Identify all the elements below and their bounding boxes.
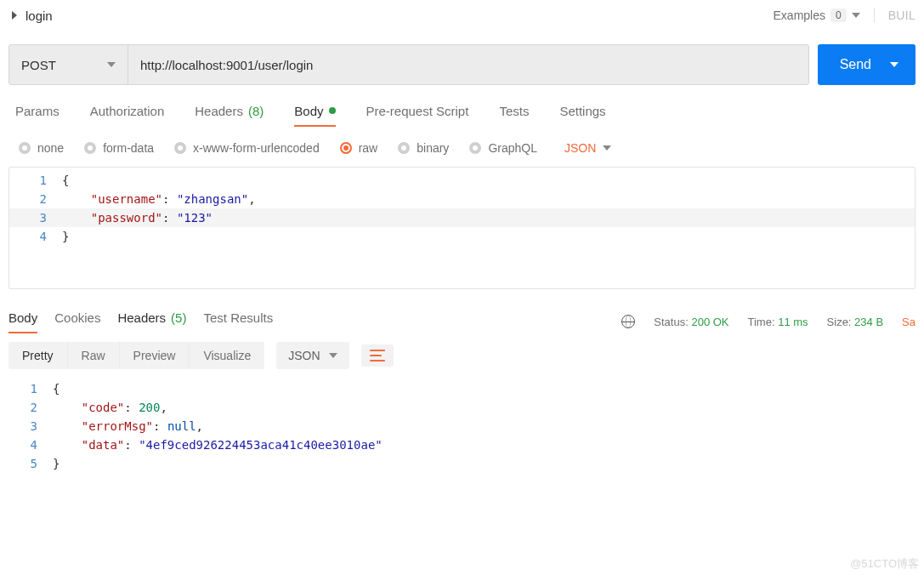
body-mode-xwww[interactable]: x-www-form-urlencoded: [174, 141, 320, 155]
caret-right-icon[interactable]: [12, 11, 17, 20]
size: Size: 234 B: [827, 316, 884, 328]
view-raw[interactable]: Raw: [68, 342, 120, 369]
body-mode-none[interactable]: none: [19, 141, 64, 155]
body-mode-binary[interactable]: binary: [398, 141, 449, 155]
resp-tab-test-results[interactable]: Test Results: [203, 310, 273, 333]
body-mode-graphql[interactable]: GraphQL: [469, 141, 537, 155]
wrap-icon: [370, 350, 385, 362]
body-modified-dot-icon: [329, 107, 336, 114]
view-visualize[interactable]: Visualize: [190, 342, 264, 369]
time: Time: 11 ms: [748, 316, 808, 328]
chevron-down-icon: [329, 353, 337, 358]
divider: [874, 8, 875, 23]
url-value: http://localhost:9001/user/login: [140, 58, 313, 72]
examples-dropdown[interactable]: Examples 0: [774, 9, 860, 22]
send-button[interactable]: Send: [818, 44, 915, 85]
response-body-editor[interactable]: 1{ 2 "code": 200, 3 "errorMsg": null, 4 …: [0, 378, 924, 490]
tab-pre-request[interactable]: Pre-request Script: [366, 104, 469, 127]
tab-tests[interactable]: Tests: [499, 104, 529, 127]
headers-count: (8): [248, 104, 264, 118]
response-format-select[interactable]: JSON: [276, 342, 349, 369]
watermark: @51CTO博客: [850, 556, 919, 572]
url-input[interactable]: http://localhost:9001/user/login: [128, 45, 808, 84]
tab-params[interactable]: Params: [15, 104, 60, 127]
tab-headers[interactable]: Headers (8): [195, 104, 264, 127]
request-name: login: [26, 9, 774, 23]
resp-tab-headers[interactable]: Headers (5): [117, 310, 186, 333]
response-view-toggle: Pretty Raw Preview Visualize: [9, 342, 264, 369]
chevron-down-icon: [852, 13, 860, 18]
body-raw-type-select[interactable]: JSON: [564, 141, 611, 155]
save-response-link[interactable]: Sa: [902, 316, 915, 328]
tab-authorization[interactable]: Authorization: [90, 104, 165, 127]
tab-settings[interactable]: Settings: [559, 104, 605, 127]
chevron-down-icon[interactable]: [890, 62, 898, 67]
request-body-editor[interactable]: 1{ 2 "username": "zhangsan", 3 "password…: [9, 167, 915, 289]
wrap-lines-button[interactable]: [361, 344, 394, 367]
resp-tab-cookies[interactable]: Cookies: [54, 310, 100, 333]
chevron-down-icon: [603, 145, 611, 151]
send-label: Send: [840, 57, 871, 72]
method-select[interactable]: POST: [9, 45, 128, 84]
chevron-down-icon: [107, 62, 116, 67]
resp-tab-body[interactable]: Body: [9, 310, 37, 333]
body-mode-form-data[interactable]: form-data: [84, 141, 154, 155]
tab-body[interactable]: Body: [294, 104, 335, 127]
examples-count: 0: [830, 9, 847, 22]
method-value: POST: [21, 58, 56, 72]
build-label: BUIL: [888, 9, 915, 22]
resp-headers-count: (5): [171, 310, 186, 325]
status: Status: 200 OK: [654, 316, 728, 328]
globe-icon[interactable]: [621, 315, 635, 328]
view-pretty[interactable]: Pretty: [9, 342, 68, 369]
view-preview[interactable]: Preview: [120, 342, 190, 369]
examples-label: Examples: [774, 9, 825, 22]
body-mode-raw[interactable]: raw: [340, 141, 378, 155]
